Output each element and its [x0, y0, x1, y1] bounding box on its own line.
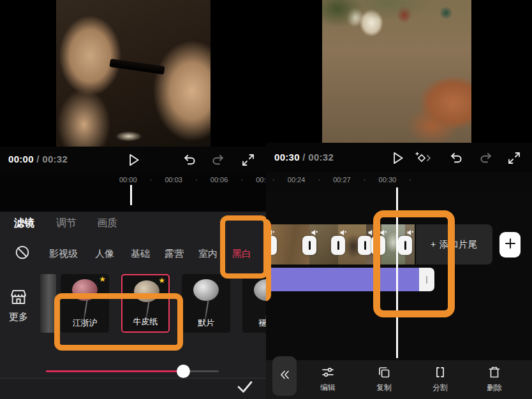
tab-quality[interactable]: 画质 [97, 217, 117, 230]
filter-card-partial[interactable] [40, 274, 56, 333]
filter-name: 褪色 [242, 317, 266, 329]
category-black-white[interactable]: 黑白 [232, 248, 251, 260]
confirm-bar [0, 379, 266, 399]
audio-track-trim-handle[interactable] [419, 268, 434, 291]
redo-button[interactable] [210, 151, 228, 169]
split-icon [420, 365, 461, 380]
left-editor-screen: 00:00 / 00:32 00:00 · 00:03 · 00:06 · 00… [0, 0, 266, 399]
left-playhead [130, 185, 132, 205]
fullscreen-button[interactable] [505, 149, 523, 167]
play-icon [125, 152, 142, 168]
redo-icon [478, 150, 495, 166]
keyframe-icon [414, 150, 433, 166]
left-preview-video [56, 0, 211, 147]
transition-button[interactable] [398, 236, 412, 255]
fullscreen-icon [506, 150, 522, 166]
right-preview-video [322, 0, 471, 143]
play-icon [389, 150, 406, 166]
filter-card-tuise[interactable]: 褪色 [242, 274, 266, 333]
tab-adjust[interactable]: 调节 [56, 217, 77, 230]
timeline-area[interactable]: + 添加片尾 [266, 191, 532, 360]
category-indoor[interactable]: 室内 [198, 248, 218, 260]
filter-card-list: ★ 江浙沪 ★ 牛皮纸 默片 褪色 [38, 274, 266, 334]
right-playhead [396, 187, 398, 358]
left-transport-bar: 00:00 / 00:32 [0, 147, 266, 172]
left-current-time: 00:00 [8, 154, 34, 164]
filter-card-jiangzhehu[interactable]: ★ 江浙沪 [61, 274, 109, 333]
confirm-button[interactable] [234, 379, 256, 398]
category-camping[interactable]: 露营 [165, 248, 184, 260]
right-timecode: 00:30 / 00:32 [274, 152, 334, 163]
undo-button[interactable] [447, 149, 464, 167]
fullscreen-icon [240, 152, 256, 168]
right-ruler-ticks: · 00:24 · 00:27 · 00:30 · [272, 176, 411, 184]
right-current-time: 00:30 [274, 152, 300, 163]
filter-panel-tabs: 滤镜 调节 画质 [0, 217, 266, 233]
plus-icon [504, 237, 517, 252]
transition-bar-icon [309, 241, 311, 250]
edit-button[interactable]: 编辑 [307, 365, 348, 393]
play-button[interactable] [124, 151, 142, 169]
no-filter-button[interactable] [14, 244, 31, 263]
tool-label: 复制 [364, 382, 404, 393]
transition-bar-icon [337, 241, 339, 250]
right-editor-screen: 00:30 / 00:32 · 00:24 · 00:27 · 00:30 · [266, 0, 532, 399]
tool-label: 编辑 [307, 382, 348, 393]
tool-label: 分割 [420, 382, 461, 393]
left-total-time: / 00:32 [34, 154, 68, 164]
add-clip-button[interactable] [499, 232, 521, 258]
filter-category-row: 影视级 人像 基础 露营 室内 黑白 [0, 243, 266, 265]
redo-button[interactable] [478, 149, 496, 167]
trash-icon [474, 365, 515, 380]
filter-name: 牛皮纸 [122, 316, 168, 328]
double-chevron-left-icon [277, 367, 292, 385]
play-button[interactable] [388, 149, 406, 167]
copy-icon [364, 365, 404, 380]
left-preview-area [0, 0, 266, 148]
transition-button[interactable] [266, 236, 277, 255]
transition-button[interactable] [371, 236, 385, 255]
category-portrait[interactable]: 人像 [95, 248, 114, 260]
no-filter-icon [14, 252, 31, 263]
add-keyframe-button[interactable] [415, 149, 432, 167]
add-ending-button[interactable]: + 添加片尾 [416, 224, 492, 265]
add-ending-label: + 添加片尾 [431, 239, 478, 250]
undo-icon [181, 152, 197, 168]
more-filters-button[interactable]: 更多 [0, 287, 37, 344]
collapse-toolbar-button[interactable] [272, 356, 297, 396]
transition-bar-icon [269, 241, 271, 250]
slider-fill [46, 370, 182, 372]
undo-icon [447, 150, 464, 166]
slider-knob[interactable] [177, 365, 190, 378]
filter-card-mopian[interactable]: 默片 [182, 274, 230, 333]
left-ruler-ticks: 00:00 · 00:03 · 00:06 · 00:09 [119, 176, 266, 184]
filter-name: 默片 [182, 317, 230, 329]
filter-panel: 滤镜 调节 画质 影视级 人像 基础 露营 室内 黑白 更多 [0, 212, 266, 399]
transition-button[interactable] [331, 236, 345, 255]
bottom-toolbar: 编辑 复制 分割 删除 [266, 360, 532, 399]
split-button[interactable]: 分割 [420, 365, 461, 393]
transition-button[interactable] [358, 236, 372, 255]
more-label: 更多 [0, 311, 37, 323]
tab-filter[interactable]: 滤镜 [14, 217, 34, 230]
delete-button[interactable]: 删除 [474, 365, 515, 393]
left-timeline-ruler[interactable]: 00:00 · 00:03 · 00:06 · 00:09 [0, 172, 266, 213]
right-total-time: / 00:32 [300, 152, 334, 163]
right-transport-bar: 00:30 / 00:32 [266, 143, 532, 172]
slider-track[interactable] [46, 370, 219, 372]
transition-bar-icon [404, 241, 406, 250]
star-icon: ★ [99, 275, 106, 283]
fullscreen-button[interactable] [239, 151, 257, 169]
tune-icon [307, 365, 348, 380]
category-basic[interactable]: 基础 [131, 248, 150, 260]
editor-screenshot-pair: 00:00 / 00:32 00:00 · 00:03 · 00:06 · 00… [0, 0, 532, 399]
shop-icon [0, 287, 37, 307]
filter-card-niupizhi-selected[interactable]: ★ 牛皮纸 [121, 274, 170, 333]
transition-bar-icon [378, 241, 380, 250]
transition-button[interactable] [302, 236, 316, 255]
category-cinematic[interactable]: 影视级 [49, 248, 78, 260]
tool-label: 删除 [474, 382, 515, 393]
copy-button[interactable]: 复制 [364, 365, 404, 393]
redo-icon [211, 152, 227, 168]
undo-button[interactable] [180, 151, 198, 169]
